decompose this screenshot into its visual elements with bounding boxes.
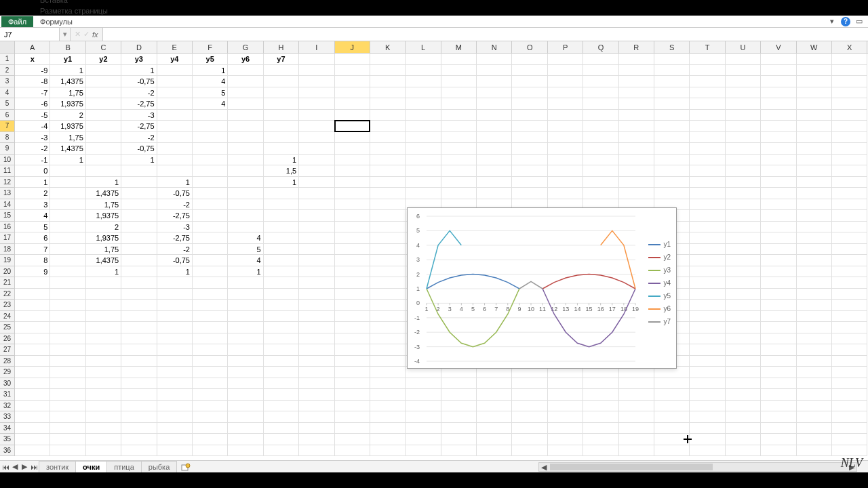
cell[interactable]: [477, 165, 512, 177]
cell[interactable]: [299, 356, 334, 367]
cell[interactable]: [726, 277, 761, 289]
cell[interactable]: [726, 132, 761, 144]
cell[interactable]: [86, 155, 121, 166]
cell[interactable]: y4: [157, 54, 193, 65]
cell[interactable]: [690, 434, 725, 445]
ribbon-tab[interactable]: Разметка страницы: [33, 5, 115, 16]
cell[interactable]: [264, 76, 299, 87]
cell[interactable]: [299, 423, 334, 434]
cell[interactable]: [619, 434, 654, 445]
cell[interactable]: [86, 121, 121, 132]
cell[interactable]: [690, 177, 725, 188]
cell[interactable]: [797, 434, 832, 445]
cell[interactable]: [86, 300, 121, 311]
cell[interactable]: [761, 333, 796, 345]
cell[interactable]: [726, 445, 761, 457]
cell[interactable]: [15, 311, 50, 323]
cell[interactable]: [512, 121, 547, 132]
cell[interactable]: [654, 445, 690, 457]
cell[interactable]: [654, 389, 690, 401]
cell[interactable]: [761, 188, 796, 199]
cell[interactable]: [832, 289, 867, 300]
cell[interactable]: [121, 255, 157, 266]
cell[interactable]: [583, 188, 618, 199]
row-header[interactable]: 6: [0, 110, 14, 121]
cell[interactable]: [726, 155, 761, 166]
row-header[interactable]: 3: [0, 76, 14, 87]
cell[interactable]: [228, 367, 263, 378]
cell[interactable]: -0,75: [121, 143, 157, 155]
cell[interactable]: [15, 401, 50, 412]
cell[interactable]: [264, 65, 299, 77]
cell[interactable]: 1: [193, 65, 228, 77]
cell[interactable]: [335, 222, 370, 233]
cell[interactable]: [50, 389, 85, 401]
cell[interactable]: [832, 423, 867, 434]
cell[interactable]: [299, 98, 334, 110]
cell[interactable]: [619, 378, 654, 390]
cell[interactable]: [50, 289, 85, 300]
cell[interactable]: [299, 411, 334, 423]
row-header[interactable]: 35: [0, 434, 14, 445]
cell[interactable]: [370, 445, 406, 457]
row-header[interactable]: 17: [0, 232, 14, 244]
cell[interactable]: [193, 434, 228, 445]
cell[interactable]: [512, 155, 547, 166]
cell[interactable]: [228, 423, 263, 434]
cell[interactable]: [157, 165, 193, 177]
cell[interactable]: [619, 177, 654, 188]
cell[interactable]: [193, 110, 228, 121]
cell[interactable]: [157, 389, 193, 401]
cell[interactable]: [619, 110, 654, 121]
cell[interactable]: [477, 87, 512, 99]
cell[interactable]: [406, 87, 441, 99]
cell[interactable]: [157, 333, 193, 345]
cell[interactable]: [370, 222, 406, 233]
cell[interactable]: [761, 322, 796, 333]
cell[interactable]: [441, 143, 477, 155]
cell[interactable]: [193, 165, 228, 177]
cell[interactable]: [761, 445, 796, 457]
cell[interactable]: 1,4375: [50, 76, 85, 87]
cell[interactable]: [193, 199, 228, 211]
cell[interactable]: [832, 143, 867, 155]
cell[interactable]: [654, 54, 690, 65]
cell[interactable]: [193, 177, 228, 188]
cell[interactable]: [157, 155, 193, 166]
cell[interactable]: 1: [121, 155, 157, 166]
cell[interactable]: [726, 232, 761, 244]
cell[interactable]: [832, 98, 867, 110]
cell[interactable]: [121, 401, 157, 412]
cell[interactable]: [512, 378, 547, 390]
add-sheet-icon[interactable]: [180, 463, 192, 471]
cell[interactable]: [335, 76, 370, 87]
cell[interactable]: 2: [50, 110, 85, 121]
row-header[interactable]: 27: [0, 344, 14, 356]
cell[interactable]: [193, 222, 228, 233]
cell[interactable]: [512, 445, 547, 457]
cell[interactable]: y6: [228, 54, 263, 65]
cell[interactable]: [86, 98, 121, 110]
cell[interactable]: 1: [228, 266, 263, 278]
cell[interactable]: [264, 255, 299, 266]
cell[interactable]: [512, 54, 547, 65]
cell[interactable]: [228, 155, 263, 166]
cell[interactable]: [157, 87, 193, 99]
cell[interactable]: [797, 277, 832, 289]
cell[interactable]: [690, 266, 725, 278]
cell[interactable]: [406, 378, 441, 390]
cell[interactable]: [726, 54, 761, 65]
cell[interactable]: [228, 401, 263, 412]
cell[interactable]: [797, 110, 832, 121]
cell[interactable]: -2: [157, 199, 193, 211]
column-header[interactable]: I: [299, 41, 334, 53]
cell[interactable]: [50, 244, 85, 256]
cell[interactable]: [512, 188, 547, 199]
cell[interactable]: [832, 165, 867, 177]
accept-formula-icon[interactable]: ✓: [83, 30, 90, 39]
cell[interactable]: [690, 423, 725, 434]
cell[interactable]: [228, 333, 263, 345]
cell[interactable]: [86, 76, 121, 87]
cell[interactable]: [121, 199, 157, 211]
cell[interactable]: [335, 389, 370, 401]
